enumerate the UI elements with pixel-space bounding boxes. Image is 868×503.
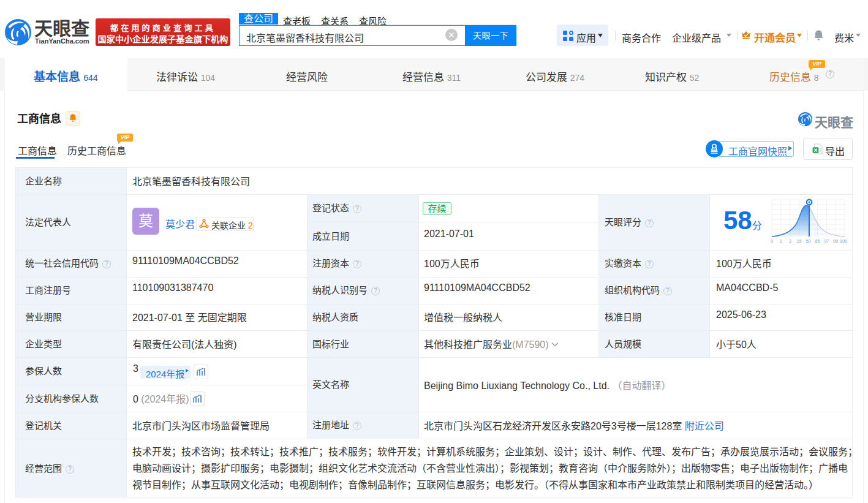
svg-text:100: 100	[840, 238, 847, 244]
svg-text:50: 50	[806, 238, 810, 244]
svg-text:3: 3	[789, 238, 791, 244]
svg-text:0: 0	[771, 238, 773, 244]
svg-text:15: 15	[796, 238, 801, 244]
svg-text:1: 1	[780, 238, 782, 244]
svg-text:85: 85	[815, 238, 820, 244]
svg-text:99: 99	[833, 238, 838, 244]
svg-text:97: 97	[824, 238, 829, 244]
